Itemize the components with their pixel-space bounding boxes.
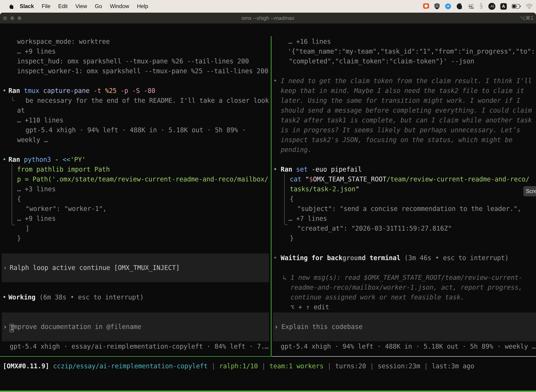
text-segment: readme-and-reco/mailbox/worker-1.json, a… [291, 284, 522, 291]
text-segment: " [305, 175, 309, 183]
text-segment: is in progress? It seems likely but perh… [281, 126, 520, 134]
window-title: omx --xhigh --madmax [0, 13, 536, 23]
output-omitted-lines: … +9 lines [17, 214, 56, 224]
desktop: { "menu_bar": { "app_name": "Slack", "it… [0, 0, 536, 392]
output-workspace-mode: workspace_mode: worktree [17, 37, 110, 47]
notice-prompt: › [3, 263, 7, 273]
reasoning-line: should send a message before completing … [281, 106, 532, 115]
text-segment: gpt-5.4 xhigh · 94% left · 488K in · 5.1… [25, 126, 246, 134]
text-segment: I need to get the claim token from the c… [281, 77, 532, 85]
tmux-session-label[interactable]: [omx-cczip0:bash* [2, 391, 67, 392]
mailbox-notice-1: ↳ 1 new msg(s): read $OMX_TEAM_STATE_ROO… [283, 273, 522, 283]
command-cat-task-2: tasks/task-2.json" [290, 184, 359, 194]
tree-guide [12, 164, 15, 225]
menu-help[interactable]: Help [133, 3, 152, 9]
dots-grid-icon[interactable] [468, 3, 474, 9]
text-segment: p = Path('.omx/state/team/review-current… [17, 175, 268, 183]
text-segment: -80 [144, 87, 155, 94]
text-segment: • [2, 156, 6, 163]
text-segment: mprove documentation in @filename [14, 323, 141, 331]
text-segment: | [420, 362, 432, 370]
bullet-waiting: • [273, 253, 277, 263]
screen-record-icon[interactable] [423, 3, 429, 10]
text-segment: … +9 lines [17, 215, 56, 222]
text-segment: $ [309, 175, 313, 183]
text-segment: from pathlib import Path [17, 166, 110, 173]
reasoning-line: I need to get the claim token from the c… [281, 76, 532, 86]
text-segment: (3m 46s • esc to interrupt) [400, 254, 509, 262]
text-segment: cat [290, 175, 305, 183]
text-segment: " [356, 185, 359, 193]
text-segment: later. Using the same for transition mig… [281, 97, 520, 104]
dark-crescent-app-icon[interactable] [456, 3, 463, 10]
text-segment: … +3 lines [17, 185, 56, 193]
blue-bolt-app-icon[interactable] [445, 3, 451, 10]
text-segment: workspace_mode: worktree [17, 38, 110, 45]
text-segment: ⌥ + ↑ edit [291, 303, 329, 311]
menu-app-name[interactable]: Slack [16, 3, 38, 9]
json-array-close: ] [25, 224, 29, 233]
apple-logo-icon[interactable] [8, 3, 13, 9]
pane-divider[interactable] [271, 36, 272, 356]
reasoning-line: keep that in mind. Maybe I also need the… [281, 86, 524, 96]
text-segment: Waiting for back [281, 254, 343, 262]
ralph-loop-notice: Ralph loop active continue [OMX_TMUX_INJ… [10, 263, 180, 273]
output-readme-1: be necessary for the end of the README. … [25, 96, 269, 106]
text-segment: Ran [9, 87, 24, 94]
keypad-shield-icon[interactable] [434, 3, 440, 10]
menu-go[interactable]: Go [91, 3, 106, 9]
battery-percent-app-icon[interactable]: ..61 [488, 3, 495, 10]
text-segment: set [296, 166, 312, 173]
command-cat-task: cat "$OMX_TEAM_STATE_ROOT/team/review-cu… [290, 174, 529, 184]
text-segment: 'PY' [70, 156, 86, 163]
text-segment: "subject": "send a concise recommendatio… [297, 205, 522, 213]
text-segment: } [290, 234, 294, 242]
text-segment: weekly … [17, 136, 48, 144]
bullet-ran-tmux: • [2, 86, 6, 96]
json-created-at: "created_at": "2026-03-31T11:59:27.816Z" [297, 224, 452, 233]
wifi-icon[interactable] [526, 4, 533, 9]
text-segment: OMX_TEAM_STATE_ROOT [313, 175, 387, 183]
text-segment: gpt-5.4 xhigh · 94% left · 488K in · 5.1… [281, 343, 536, 350]
text-segment: Ran [9, 156, 24, 163]
command-set-pipefail: Ran set -euo pipefail [281, 165, 362, 174]
command-python: Ran python3 - <<'PY' [9, 155, 86, 165]
input-source-icon[interactable]: A [500, 3, 507, 10]
text-segment: ↳ [283, 274, 291, 281]
text-segment: } [17, 234, 21, 242]
battery-icon[interactable] [512, 4, 521, 9]
menu-window[interactable]: Window [106, 3, 133, 9]
reasoning-line: pending. [281, 145, 312, 155]
menu-edit[interactable]: Edit [54, 3, 72, 9]
text-segment: -S [132, 87, 144, 94]
text-segment: › [274, 323, 278, 331]
command-tmux-capture: Ran tmux capture-pane -t %25 -p -S -80 [9, 86, 155, 96]
text-segment: Working [9, 294, 36, 301]
output-claim-json-2: "completed","claim_token":"claim-token"}… [289, 56, 474, 66]
menu-view[interactable]: View [72, 3, 91, 9]
tmux-host-clock: "MacBook-Pro-44.local" 05:03 31-Mar-26 [388, 391, 535, 392]
text-segment: inspect_hud: omx sparkshell --tmux-pane … [17, 57, 249, 65]
text-segment: Explain this codebase [281, 323, 362, 331]
screen-tooltip: Scre [523, 186, 536, 196]
output-omitted-lines: … +16 lines [288, 37, 331, 47]
text-segment: | [366, 362, 378, 370]
composer-text-right: Explain this codebase [281, 322, 362, 332]
text-segment: (6m 38s • esc to interrupt) [36, 294, 144, 301]
mailbox-notice-3: continue assigned work or next feasible … [291, 292, 464, 302]
hook-squiggle-icon[interactable] [479, 3, 483, 10]
text-segment: gpt-5.4 xhigh · essay/ai-reimplementatio… [10, 343, 268, 350]
text-segment: team:1 workers [269, 362, 324, 370]
reasoning-line: is in progress? It seems likely but perh… [281, 125, 520, 135]
text-segment: %25 [105, 87, 120, 94]
bullet-reasoning: • [273, 76, 277, 86]
text-segment: session:23m [378, 362, 420, 370]
output-claim-json-1: '{"team_name":"my-team","task_id":"1","f… [288, 47, 535, 56]
reasoning-line: task2 after task1 is complete, but can I… [281, 115, 532, 125]
text-segment: keep that in mind. Maybe I also need the… [281, 87, 524, 94]
text-segment: be necessary for the end of the README. … [25, 97, 269, 104]
terminal-window: omx --xhigh --madmax ⌥⌘1 Scre … +16 line… [0, 13, 536, 392]
bullet-ran-cat: • [273, 165, 277, 174]
menu-file[interactable]: File [38, 3, 54, 9]
text-segment: - [55, 156, 62, 163]
